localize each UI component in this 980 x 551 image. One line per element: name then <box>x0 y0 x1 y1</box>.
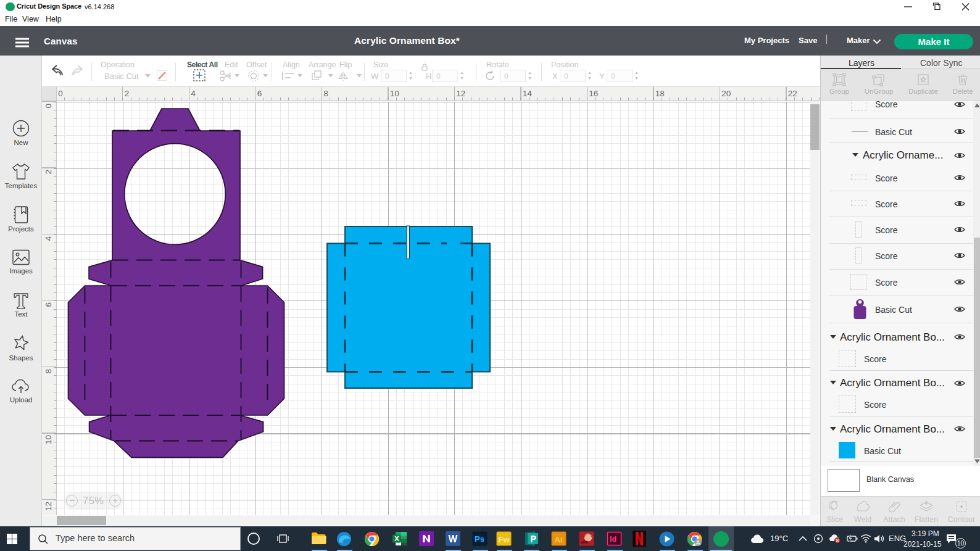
svg-text:Fw: Fw <box>499 535 510 544</box>
svg-text:Ps: Ps <box>475 534 484 544</box>
svg-text:Ai: Ai <box>555 535 563 544</box>
svg-text:Id: Id <box>610 535 617 544</box>
